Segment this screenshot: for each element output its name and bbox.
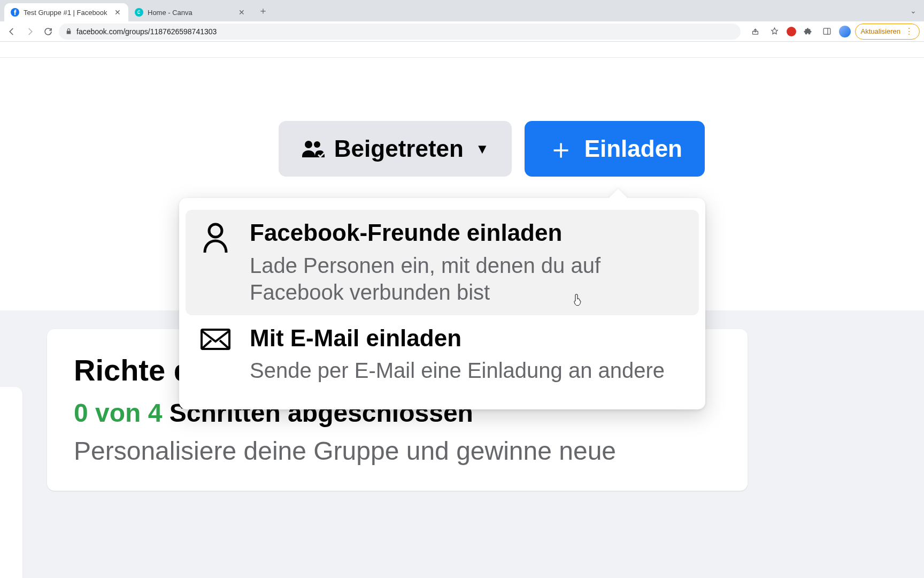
left-partial-card xyxy=(0,387,22,578)
tab-strip: Test Gruppe #1 | Facebook ✕ Home - Canva… xyxy=(0,0,924,21)
facebook-favicon-icon xyxy=(11,8,19,17)
forward-button[interactable] xyxy=(22,24,37,39)
invite-option-email[interactable]: Mit E-Mail einladen Sende per E-Mail ein… xyxy=(186,315,699,394)
person-icon xyxy=(199,219,232,254)
svg-point-7 xyxy=(209,224,222,237)
lock-icon xyxy=(65,28,72,35)
close-icon[interactable]: ✕ xyxy=(237,8,246,17)
group-members-icon xyxy=(301,139,325,158)
toolbar-right: Aktualisieren ⋮ xyxy=(748,24,920,40)
browser-chrome: Test Gruppe #1 | Facebook ✕ Home - Canva… xyxy=(0,0,924,58)
option-title: Mit E-Mail einladen xyxy=(250,325,685,352)
setup-description: Personalisiere deine Gruppe und gewinne … xyxy=(74,435,721,467)
svg-point-6 xyxy=(314,141,320,148)
close-icon[interactable]: ✕ xyxy=(113,8,122,17)
option-title: Facebook-Freunde einladen xyxy=(250,219,685,247)
share-icon[interactable] xyxy=(748,24,763,39)
url-text: facebook.com/groups/1187626598741303 xyxy=(76,27,217,36)
address-bar[interactable]: facebook.com/groups/1187626598741303 xyxy=(59,24,741,40)
invite-label: Einladen xyxy=(584,135,682,162)
svg-rect-3 xyxy=(823,28,830,34)
joined-label: Beigetreten xyxy=(334,135,464,162)
profile-avatar[interactable] xyxy=(839,26,851,37)
option-subtitle: Lade Personen ein, mit denen du auf Face… xyxy=(250,252,685,306)
joined-button[interactable]: Beigetreten ▼ xyxy=(279,121,512,177)
group-header: Beigetreten ▼ ＋ Einladen Facebook-Freund… xyxy=(0,58,924,310)
progress-done: 0 von 4 xyxy=(74,399,162,427)
invite-option-facebook-friends[interactable]: Facebook-Freunde einladen Lade Personen … xyxy=(186,210,699,315)
svg-point-1 xyxy=(135,8,143,17)
page-content: Beigetreten ▼ ＋ Einladen Facebook-Freund… xyxy=(0,58,924,578)
invite-button[interactable]: ＋ Einladen xyxy=(525,121,705,177)
update-label: Aktualisieren xyxy=(861,27,900,35)
envelope-icon xyxy=(199,325,232,351)
back-button[interactable] xyxy=(4,24,19,39)
new-tab-button[interactable]: ＋ xyxy=(256,3,271,18)
tab-title: Home - Canva xyxy=(148,9,233,17)
svg-point-5 xyxy=(305,141,312,148)
reload-button[interactable] xyxy=(41,24,56,39)
canva-favicon-icon xyxy=(135,8,143,17)
sidepanel-icon[interactable] xyxy=(820,24,835,39)
invite-dropdown: Facebook-Freunde einladen Lade Personen … xyxy=(179,198,705,409)
tabs-overflow-icon[interactable]: ⌄ xyxy=(910,6,917,15)
extensions-puzzle-icon[interactable] xyxy=(800,24,815,39)
browser-tab-canva[interactable]: Home - Canva ✕ xyxy=(128,3,252,21)
extension-adblock-icon[interactable] xyxy=(787,27,796,36)
group-action-row: Beigetreten ▼ ＋ Einladen xyxy=(279,121,705,177)
menu-kebab-icon: ⋮ xyxy=(905,26,914,36)
tab-title: Test Gruppe #1 | Facebook xyxy=(24,9,109,17)
page-top-spacer xyxy=(0,42,924,58)
caret-down-icon: ▼ xyxy=(475,141,489,157)
bookmark-star-icon[interactable] xyxy=(767,24,782,39)
browser-tab-facebook[interactable]: Test Gruppe #1 | Facebook ✕ xyxy=(4,3,128,21)
option-subtitle: Sende per E-Mail eine Einladung an ander… xyxy=(250,357,685,384)
browser-toolbar: facebook.com/groups/1187626598741303 Akt… xyxy=(0,21,924,42)
update-button[interactable]: Aktualisieren ⋮ xyxy=(855,24,920,40)
